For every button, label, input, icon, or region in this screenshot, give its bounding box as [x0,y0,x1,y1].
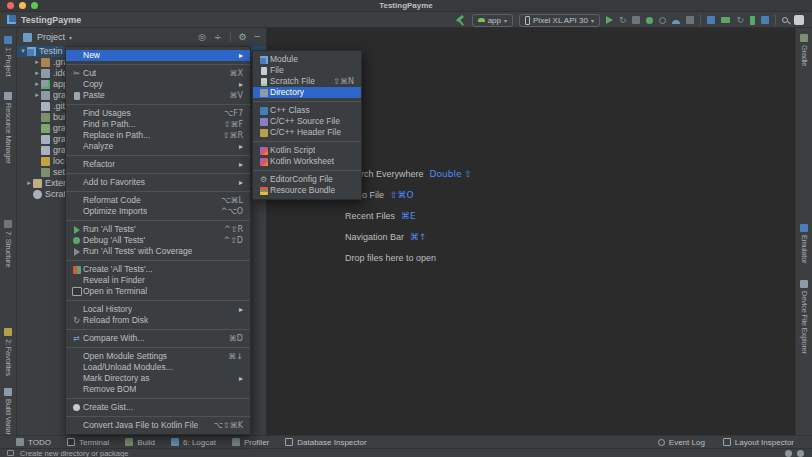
toolwindow-label: Database Inspector [297,438,366,447]
menu-item[interactable]: Copy [66,79,250,90]
menu-item[interactable]: C/C++ Source File [253,116,361,127]
menu-item-icon [70,306,83,314]
sdk-manager-button[interactable] [761,16,769,24]
toolwindow-terminal[interactable]: Terminal [67,438,109,447]
menu-item[interactable]: New [66,50,250,61]
menu-item[interactable]: Remove BOM [66,384,250,395]
profile-avatar[interactable] [794,15,804,25]
expand-arrow-icon[interactable]: ▾ [19,46,27,57]
menu-item[interactable]: Create 'All Tests'... [66,264,250,275]
menu-item[interactable]: Debug 'All Tests' ^⇧D [66,235,250,246]
menu-item[interactable]: File [253,65,361,76]
menu-item[interactable]: Cut ⌘X [66,68,250,79]
hide-panel-button[interactable]: ─ [255,32,260,42]
apply-code-changes-button[interactable] [632,16,640,24]
sidebar-item-resource-manager[interactable]: Resource Manager [0,92,16,164]
debug-button[interactable] [646,17,653,24]
expand-arrow-icon[interactable]: ▸ [25,178,33,189]
project-view-selector[interactable]: Project [37,32,65,42]
menu-item-label: Replace in Path... [83,130,150,141]
chevron-down-icon[interactable]: ▾ [69,34,72,41]
menu-item[interactable]: C++ Class [253,105,361,116]
menu-item[interactable]: Analyze [66,141,250,152]
menu-item[interactable]: Kotlin Script [253,145,361,156]
menu-item[interactable]: Find Usages ⌥F7 [66,108,250,119]
feedback-emoji-icon[interactable] [797,450,804,457]
menu-item-label: Cut [83,68,96,79]
menu-item[interactable]: Find in Path... ⇧⌘F [66,119,250,130]
sidebar-item-emulator[interactable]: Emulator [796,224,812,263]
menu-item[interactable]: Open in Terminal [66,286,250,297]
menu-item[interactable]: Resource Bundle [253,185,361,196]
expand-arrow-icon[interactable]: ▸ [33,79,41,90]
menu-item[interactable]: Local History [66,304,250,315]
collapse-all-button[interactable]: ÷ [214,32,222,42]
expand-arrow-icon[interactable]: ▸ [33,68,41,79]
menu-item[interactable]: Run 'All Tests' with Coverage [66,246,250,257]
expand-arrow-icon[interactable]: ▸ [33,57,41,68]
menu-item[interactable]: Optimize Imports ^⌥O [66,206,250,217]
attach-debugger-button[interactable] [659,17,666,24]
gradle-sync-button[interactable]: ↻ [736,16,744,25]
feedback-emoji-icon[interactable] [785,450,792,457]
sidebar-item-favorites[interactable]: 2: Favorites [0,328,16,376]
locate-file-button[interactable]: ◎ [198,32,206,42]
menu-item[interactable]: Scratch File ⇧⌘N [253,76,361,87]
window-title: TestingPayme [0,0,812,12]
menu-item-shortcut: ^⇧D [213,235,243,246]
status-icon [7,450,14,456]
menu-item[interactable]: Directory [253,87,361,98]
device-mirror-button[interactable] [750,16,755,25]
menu-item[interactable]: C/C++ Header File [253,127,361,138]
sidebar-item-gradle[interactable]: Gradle [796,34,812,66]
menu-item[interactable]: Open Module Settings ⌘↓ [66,351,250,362]
sidebar-item-structure[interactable]: 7: Structure [0,220,16,267]
expand-arrow-icon[interactable]: ▸ [33,90,41,101]
toolwindow-build[interactable]: Build [125,438,155,447]
sidebar-item-build-variants[interactable]: Build Variants [0,388,16,435]
toolwindow-todo[interactable]: TODO [16,438,51,447]
toolwindow-logcat[interactable]: 6: Logcat [171,438,216,447]
stripe-label: Build Variants [4,399,13,435]
build-hammer-icon[interactable] [455,15,466,26]
menu-item[interactable]: Create Gist... [66,402,250,413]
menu-item-label: Open in Terminal [83,286,147,297]
menu-item[interactable]: Add to Favorites [66,177,250,188]
search-everywhere-button[interactable] [782,17,788,23]
menu-item[interactable]: Mark Directory as [66,373,250,384]
menu-item[interactable]: Convert Java File to Kotlin File ⌥⇧⌘K [66,420,250,431]
status-message: Create new directory or package [20,449,128,457]
sidebar-item-project[interactable]: 1: Project [0,36,16,77]
menu-item[interactable]: Reveal in Finder [66,275,250,286]
menu-item[interactable]: Load/Unload Modules... [66,362,250,373]
run-config-selector[interactable]: app ▾ [472,14,513,27]
menu-item[interactable]: Reformat Code ⌥⌘L [66,195,250,206]
menu-item[interactable]: Paste ⌘V [66,90,250,101]
toolwindow-database-inspector[interactable]: Database Inspector [285,438,366,447]
avd-manager-button[interactable] [721,17,730,23]
toolwindow-profiler[interactable]: Profiler [232,438,269,447]
toolwindow-layout-inspector[interactable]: Layout Inspector [723,438,794,447]
menu-item[interactable]: Compare With... ⌘D [66,333,250,344]
profiler-button[interactable] [672,20,680,24]
hint-label: Navigation Bar [345,233,404,242]
menu-item-icon [70,422,83,430]
menu-item[interactable]: Module [253,54,361,65]
menu-item[interactable]: Run 'All Tests' ^⇧R [66,224,250,235]
run-button[interactable] [606,16,613,24]
menu-item[interactable]: Refactor [66,159,250,170]
stop-button[interactable] [686,16,694,24]
menu-item[interactable]: Reload from Disk [66,315,250,326]
device-selector[interactable]: Pixel XL API 30 ▾ [519,14,600,27]
stripe-label: 2: Favorites [4,339,13,376]
apply-changes-button[interactable]: ↻ [619,16,627,25]
panel-settings-button[interactable]: ⚙ [239,32,247,42]
menu-item-label: Resource Bundle [270,185,335,196]
sidebar-item-device-file-explorer[interactable]: Device File Explorer [796,280,812,354]
menu-item[interactable]: EditorConfig File [253,174,361,185]
menu-item[interactable]: Kotlin Worksheet [253,156,361,167]
device-manager-button[interactable] [707,16,715,24]
toolwindow-event-log[interactable]: Event Log [658,438,705,447]
menu-item[interactable]: Replace in Path... ⇧⌘R [66,130,250,141]
menu-item-icon [70,287,83,296]
